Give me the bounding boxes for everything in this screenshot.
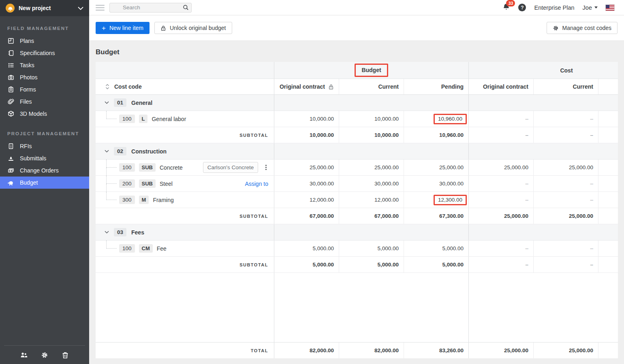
chevron-down-icon[interactable] [105, 150, 109, 153]
gear-icon[interactable] [40, 351, 49, 360]
sidebar-item-3d-models[interactable]: 3D Models [0, 108, 89, 120]
table-header-row: Cost code Original contract Current Pend… [96, 79, 618, 95]
total-value: 82,000.00 [339, 343, 404, 358]
sidebar-item-submittals[interactable]: Submittals [0, 152, 89, 164]
notification-badge: 33 [506, 0, 515, 6]
sidebar-item-rfis[interactable]: RFIs [0, 140, 89, 152]
manage-cost-codes-button[interactable]: Manage cost codes [547, 22, 618, 34]
cell-budget-pending[interactable]: 5,000.00 [404, 241, 468, 256]
notifications-button[interactable]: 33 [502, 3, 510, 12]
cell-cost-current[interactable]: – [533, 111, 598, 127]
cell-budget-original[interactable]: 10,000.00 [274, 111, 339, 127]
cell-cost-current[interactable]: – [533, 192, 598, 208]
cell-budget-pending[interactable]: 30,000.00 [404, 176, 468, 192]
content: Budget Budget Cost Cost co [89, 41, 624, 364]
us-flag-icon[interactable] [606, 5, 614, 11]
project-switcher[interactable]: New project [0, 0, 89, 16]
cell-budget-original[interactable]: 5,000.00 [274, 241, 339, 256]
chevron-down-icon [78, 6, 83, 10]
sort-icon[interactable] [105, 84, 109, 89]
people-icon[interactable] [19, 351, 28, 360]
sidebar-item-label: 3D Models [20, 111, 47, 117]
cell-budget-original[interactable]: 12,000.00 [274, 192, 339, 208]
subtotal-label: SUBTOTAL [96, 208, 274, 224]
unlock-original-budget-button[interactable]: Unlock original budget [154, 22, 232, 34]
hamburger-menu-icon[interactable] [96, 5, 105, 11]
cost-code-pill: 300 [119, 196, 135, 204]
assignee-chip[interactable]: Carlson's Concrete [203, 162, 258, 173]
kebab-menu-icon[interactable] [262, 163, 270, 172]
cube-icon [7, 111, 14, 117]
sidebar-item-tasks[interactable]: Tasks [0, 59, 89, 71]
group-name: Fees [131, 229, 144, 236]
col-header-budget-pending[interactable]: Pending [404, 79, 468, 94]
clipboard-icon [7, 86, 14, 93]
chevron-down-icon[interactable] [105, 101, 109, 104]
cell-cost-original[interactable]: – [468, 192, 533, 208]
subtotal-row-construction: SUBTOTAL 67,000.00 67,000.00 67,300.00 2… [96, 208, 618, 224]
search-box [109, 3, 192, 13]
plan-label: Enterprise Plan [534, 4, 574, 11]
cell-cost-original[interactable]: – [468, 241, 533, 256]
toolbar: + New line item Unlock original budget M… [89, 15, 624, 41]
cell-budget-current[interactable]: 25,000.00 [339, 160, 404, 175]
sidebar-item-photos[interactable]: Photos [0, 71, 89, 83]
lock-icon [328, 84, 334, 90]
sidebar-nav: FIELD MANAGEMENT Plans Specifications Ta… [0, 16, 89, 364]
cell-cost-original[interactable]: – [468, 111, 533, 127]
plans-icon [7, 38, 14, 45]
line-item-row-general-labor[interactable]: 100 L General labor 10,000.00 10,000.00 … [96, 111, 618, 127]
search-icon[interactable] [183, 4, 189, 12]
chevron-down-icon[interactable] [105, 231, 109, 234]
line-item-row-framing[interactable]: 300 M Framing 12,000.00 12,000.00 12,300… [96, 192, 618, 208]
group-row-construction[interactable]: 02 Construction [96, 143, 618, 160]
cell-budget-current[interactable]: 12,000.00 [339, 192, 404, 208]
sidebar-item-plans[interactable]: Plans [0, 35, 89, 47]
line-item-row-steel[interactable]: 200 SUB Steel Assign to 30,000.00 30,000… [96, 176, 618, 192]
cell-cost-current[interactable]: – [533, 176, 598, 192]
cell-budget-current[interactable]: 10,000.00 [339, 111, 404, 127]
search-input[interactable] [109, 3, 192, 13]
cell-cost-current[interactable]: 25,000.00 [533, 160, 598, 175]
group-row-general[interactable]: 01 General [96, 95, 618, 111]
new-line-item-button[interactable]: + New line item [96, 22, 150, 34]
assign-to-link[interactable]: Assign to [245, 181, 268, 187]
group-row-fees[interactable]: 03 Fees [96, 224, 618, 241]
type-tag: SUB [139, 163, 156, 172]
help-icon[interactable]: ? [518, 4, 526, 11]
paperclip-icon [7, 98, 14, 105]
topbar-right: 33 ? Enterprise Plan Joe [502, 3, 614, 12]
user-menu[interactable]: Joe [583, 4, 598, 11]
cell-budget-pending[interactable]: 10,960.00 [404, 111, 468, 127]
col-header-cost-code[interactable]: Cost code [114, 83, 142, 90]
col-header-budget-original[interactable]: Original contract [280, 83, 325, 90]
sidebar-item-files[interactable]: Files [0, 96, 89, 108]
col-header-cost-current[interactable]: Current [533, 79, 598, 94]
cell-budget-current[interactable]: 5,000.00 [339, 241, 404, 256]
line-item-row-fee[interactable]: 100 CM Fee 5,000.00 5,000.00 5,000.00 – … [96, 241, 618, 257]
cell-budget-pending[interactable]: 12,300.00 [404, 192, 468, 208]
cell-budget-original[interactable]: 25,000.00 [274, 160, 339, 175]
cell-budget-original[interactable]: 30,000.00 [274, 176, 339, 192]
sidebar-item-change-orders[interactable]: Change Orders [0, 164, 89, 177]
col-header-budget-current[interactable]: Current [339, 79, 404, 94]
subtotal-value: 10,960.00 [404, 127, 468, 143]
col-header-cost-original[interactable]: Original contract [468, 79, 533, 94]
cell-budget-current[interactable]: 30,000.00 [339, 176, 404, 192]
sidebar-item-forms[interactable]: Forms [0, 83, 89, 96]
cell-cost-current[interactable]: – [533, 241, 598, 256]
subtotal-value: 5,000.00 [274, 257, 339, 272]
sidebar-item-specifications[interactable]: Specifications [0, 47, 89, 59]
cell-cost-original[interactable]: 25,000.00 [468, 160, 533, 175]
subtotal-value: 5,000.00 [404, 257, 468, 272]
sidebar-item-budget[interactable]: Budget [0, 177, 89, 189]
tasks-icon [7, 62, 14, 69]
table-filler-row [96, 273, 618, 342]
line-item-row-concrete[interactable]: 100 SUB Concrete Carlson's Concrete 25,0… [96, 160, 618, 176]
subtotal-value: 5,000.00 [339, 257, 404, 272]
cell-cost-original[interactable]: – [468, 176, 533, 192]
table-group-header-row: Budget Cost [96, 62, 618, 79]
trash-icon[interactable] [61, 351, 70, 360]
cell-budget-pending[interactable]: 25,000.00 [404, 160, 468, 175]
tree-connector [106, 160, 117, 168]
